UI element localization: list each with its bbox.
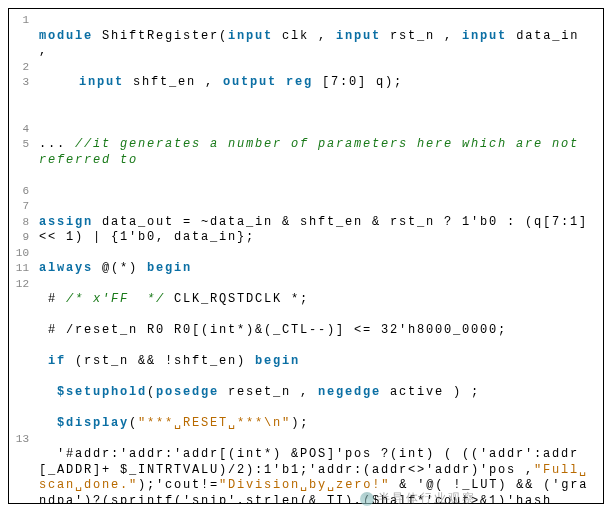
lineno: 2 [9, 60, 29, 76]
lineno: 6 [9, 184, 29, 200]
watermark: 半导体行业观察 [360, 490, 476, 507]
code-listing-frame: 1 2 3 4 5 6 7 8 9 10 11 12 13 14 module … [8, 8, 604, 504]
line-number-gutter: 1 2 3 4 5 6 7 8 9 10 11 12 13 14 [9, 9, 33, 503]
code-line-1-cont: input shft_en , output reg [7:0] q); [39, 75, 597, 91]
code-line-1: module ShiftRegister(input clk , input r… [39, 29, 597, 60]
watermark-text: 半导体行业观察 [378, 491, 476, 505]
code-line-6: always @(*) begin [39, 261, 597, 277]
lineno: 13 [9, 432, 29, 448]
lineno: 11 [9, 261, 29, 277]
code-line-2-blank [39, 106, 597, 122]
lineno: 3 [9, 75, 29, 91]
code-line-8: # /reset_n R0 R0[(int*)&(_CTL--)] <= 32'… [39, 323, 597, 339]
lineno: 7 [9, 199, 29, 215]
lineno: 8 [9, 215, 29, 231]
lineno: 4 [9, 122, 29, 138]
code-line-7: # /* x'FF */ CLK_RQSTDCLK *; [39, 292, 597, 308]
watermark-logo-icon [360, 492, 374, 506]
code-line-12: '#addr:'addr:'addr[(int*) &POS]'pos ?(in… [39, 447, 597, 504]
lineno: 10 [9, 246, 29, 262]
code-line-10: $setuphold(posedge reset_n , negedge act… [39, 385, 597, 401]
code-line-4-blank [39, 184, 597, 200]
code-line-3: ... //it generates a number of parameter… [39, 137, 597, 168]
code-body: module ShiftRegister(input clk , input r… [33, 9, 603, 503]
lineno: 12 [9, 277, 29, 293]
lineno: 1 [9, 13, 29, 29]
lineno: 9 [9, 230, 29, 246]
lineno: 5 [9, 137, 29, 153]
code-line-5: assign data_out = ~data_in & shft_en & r… [39, 215, 597, 246]
code-line-9: if (rst_n && !shft_en) begin [39, 354, 597, 370]
code-line-11: $display("***␣RESET␣***\n"); [39, 416, 597, 432]
